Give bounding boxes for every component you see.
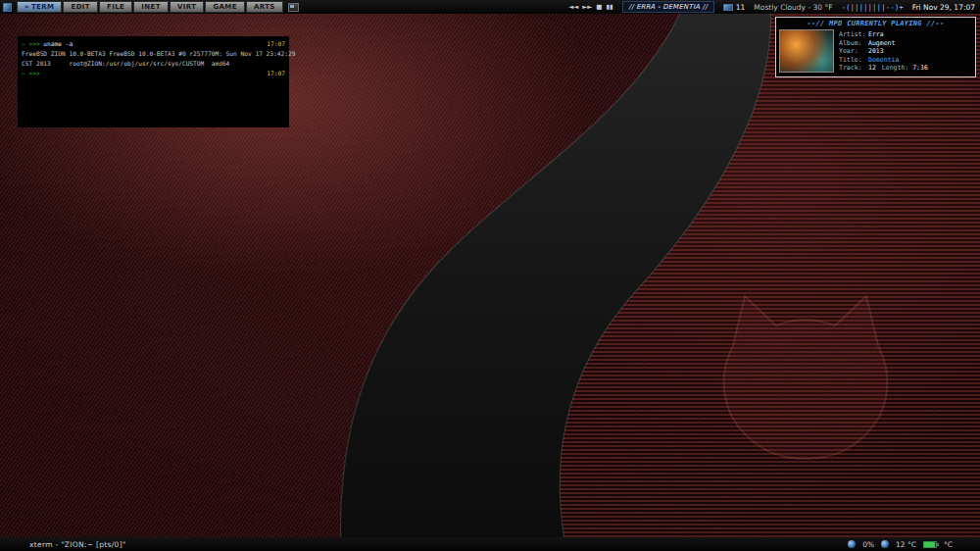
mpd-track-info: Artist:Erra Album:Augment Year:2013 Titl…	[839, 29, 972, 73]
terminal-line: CST 2013 root@ZION:/usr/obj/usr/src/sys/…	[22, 59, 285, 69]
temperature-icon	[881, 540, 889, 548]
command-output: FreeBSD ZION 10.0-BETA3 FreeBSD 10.0-BET…	[22, 49, 295, 59]
workspace-tabs: » TERM EDIT FILE INET VIRT GAME ARTS	[17, 0, 284, 14]
mpd-year-row: Year:2013	[839, 47, 972, 56]
temperature-value: 12 °C	[896, 540, 916, 549]
battery-unit-label: °C	[944, 540, 953, 549]
menu-icon[interactable]	[3, 3, 12, 12]
active-tab-marker: »	[24, 3, 29, 11]
stop-button[interactable]: ■	[596, 3, 602, 11]
mpd-artist-row: Artist:Erra	[839, 30, 972, 39]
tab-arts[interactable]: ARTS	[246, 1, 283, 13]
pause-button[interactable]: ▮▮	[606, 3, 612, 11]
tab-label: GAME	[213, 3, 237, 11]
mail-icon	[723, 4, 733, 11]
mpd-panel-body: Artist:Erra Album:Augment Year:2013 Titl…	[776, 28, 975, 75]
album-value: Augment	[868, 39, 895, 47]
command-text: uname -a	[43, 39, 73, 49]
now-playing-ticker: // ERRA - DEMENTIA //	[622, 1, 714, 13]
pager-icon[interactable]	[288, 3, 299, 12]
tab-game[interactable]: GAME	[205, 1, 245, 13]
desktop: » TERM EDIT FILE INET VIRT GAME ARTS ◄◄ …	[0, 0, 980, 551]
year-value: 2013	[868, 47, 884, 55]
clock: Fri Nov 29, 17:07	[912, 3, 975, 12]
track-value: 12	[868, 64, 876, 72]
title-label: Title:	[839, 56, 868, 65]
tab-edit[interactable]: EDIT	[63, 1, 98, 13]
tab-label: EDIT	[71, 3, 90, 11]
focused-window-title[interactable]: xterm - "ZION:~ [pts/0]"	[29, 540, 126, 549]
album-art	[779, 29, 834, 73]
prompt-timestamp: 17:07	[267, 69, 285, 78]
mail-count: 11	[736, 3, 746, 12]
shell-prompt: ~ >>>	[22, 39, 43, 49]
tab-label: INET	[141, 3, 161, 11]
mpd-title-row: Title:Dementia	[839, 56, 972, 65]
status-cluster: ◄◄ ►► ■ ▮▮ // ERRA - DEMENTIA // 11 Most…	[568, 1, 980, 13]
terminal-line: FreeBSD ZION 10.0-BETA3 FreeBSD 10.0-BET…	[22, 49, 285, 59]
command-output: CST 2013 root@ZION:/usr/obj/usr/src/sys/…	[22, 59, 229, 69]
media-controls: ◄◄ ►► ■ ▮▮	[568, 3, 612, 11]
tab-virt[interactable]: VIRT	[170, 1, 204, 13]
forward-button[interactable]: ►►	[582, 3, 592, 11]
top-bar: » TERM EDIT FILE INET VIRT GAME ARTS ◄◄ …	[0, 0, 980, 14]
mpd-track-row: Track:12Length: 7:36	[839, 64, 972, 73]
weather-status: Mostly Cloudy - 30 °F	[754, 3, 832, 12]
volume-indicator: -(||||||||--)+	[842, 3, 904, 12]
year-label: Year:	[839, 47, 868, 56]
bottom-bar: xterm - "ZION:~ [pts/0]" 0% 12 °C °C	[0, 537, 980, 551]
title-value: Dementia	[868, 56, 899, 64]
tab-label: ARTS	[254, 3, 275, 11]
prompt-timestamp: 17:07	[267, 39, 285, 49]
track-label: Track:	[839, 64, 868, 73]
mpd-now-playing-panel: --// MPD CURRENTLY PLAYING //-- Artist:E…	[775, 17, 976, 77]
tab-inet[interactable]: INET	[133, 1, 169, 13]
mpd-panel-title: --// MPD CURRENTLY PLAYING //--	[776, 18, 975, 28]
artist-value: Erra	[868, 30, 884, 38]
battery-icon	[923, 541, 937, 548]
tab-label: FILE	[107, 3, 124, 11]
cpu-icon	[848, 540, 856, 548]
length-value: 7:36	[912, 64, 928, 72]
tab-label: TERM	[31, 3, 55, 11]
shell-prompt: ~ >>>	[22, 69, 43, 78]
terminal-line: ~ >>> 17:07	[22, 69, 285, 78]
cpu-usage: 0%	[862, 540, 874, 549]
tab-term[interactable]: » TERM	[17, 1, 62, 13]
album-label: Album:	[839, 39, 868, 48]
tab-file[interactable]: FILE	[99, 1, 132, 13]
artist-label: Artist:	[839, 30, 868, 39]
rewind-button[interactable]: ◄◄	[568, 3, 578, 11]
mail-indicator: 11	[723, 3, 746, 12]
terminal-line: ~ >>> uname -a 17:07	[22, 39, 285, 49]
tab-label: VIRT	[177, 3, 196, 11]
system-stats: 0% 12 °C °C	[848, 540, 980, 549]
terminal-window[interactable]: ~ >>> uname -a 17:07 FreeBSD ZION 10.0-B…	[18, 36, 289, 127]
mpd-album-row: Album:Augment	[839, 39, 972, 48]
length-label: Length:	[882, 64, 908, 72]
